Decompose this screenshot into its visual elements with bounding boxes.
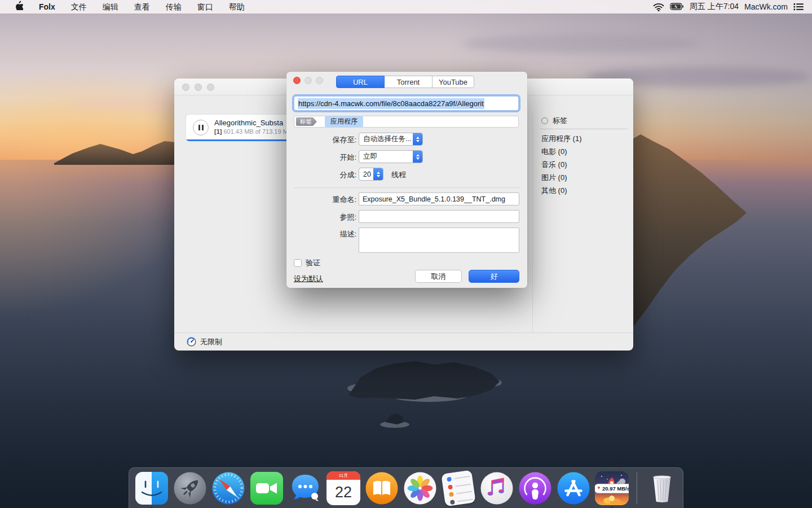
tab-url[interactable]: URL: [336, 76, 385, 88]
dock-facetime-icon[interactable]: [250, 471, 284, 505]
set-as-default-link[interactable]: 设为默认: [294, 274, 323, 284]
referrer-label: 参照:: [294, 212, 356, 222]
app-menu-folx[interactable]: Folx: [31, 0, 63, 14]
new-download-dialog: URL Torrent YouTube https://cdn-4.macwk.…: [286, 72, 527, 288]
menu-help[interactable]: 帮助: [221, 0, 253, 14]
menu-transfer[interactable]: 传输: [158, 0, 189, 14]
speed-down-arrow-icon: ▼: [597, 486, 601, 491]
close-button-inactive[interactable]: [182, 84, 189, 91]
dialog-minimize-disabled: [304, 77, 312, 84]
list-menu-icon[interactable]: [793, 3, 804, 11]
dock-finder-icon[interactable]: [135, 471, 169, 505]
tag-item-movies[interactable]: 电影 (0): [541, 147, 567, 157]
verify-label: 验证: [306, 258, 320, 268]
dialog-zoom-disabled: [316, 77, 323, 84]
tag-item-pictures[interactable]: 图片 (0): [541, 173, 567, 183]
menu-bar: Folx 文件 编辑 查看 传输 窗口 帮助 周五 上午7:04 MacWk.c…: [0, 0, 812, 14]
dock-books-icon[interactable]: [365, 471, 399, 505]
url-selected-text: https://cdn-4.macwk.com/file/8c08aacda82…: [298, 98, 484, 109]
tags-token-field[interactable]: 标签 应用程序: [294, 116, 519, 128]
apple-menu[interactable]: [7, 0, 31, 14]
dock-podcasts-icon[interactable]: [518, 471, 552, 505]
download-progress-text: [1]601.43 MB of 713.19 M: [214, 128, 288, 135]
download-title: Allegorithmic_Substa: [214, 119, 283, 127]
pause-button[interactable]: [193, 120, 209, 135]
download-index: [1]: [214, 128, 222, 135]
dialog-close-button[interactable]: [293, 77, 301, 84]
menu-file[interactable]: 文件: [63, 0, 95, 14]
tag-item-applications[interactable]: 应用程序 (1): [541, 134, 582, 144]
tag-item-other[interactable]: 其他 (0): [541, 186, 567, 196]
tab-youtube[interactable]: YouTube: [432, 76, 474, 88]
tag-circle-icon: [541, 117, 548, 124]
threads-suffix-label: 线程: [391, 170, 406, 180]
zoom-button-inactive[interactable]: [207, 84, 214, 91]
menu-view[interactable]: 查看: [126, 0, 158, 14]
minimize-button-inactive[interactable]: [195, 84, 202, 91]
rename-label: 重命名:: [294, 195, 356, 205]
dock-folx-downloader-icon[interactable]: ▼ 20.97 MB/s: [595, 471, 629, 505]
window-status-bar: 无限制: [174, 332, 633, 351]
tag-item-music[interactable]: 音乐 (0): [541, 160, 567, 170]
dock-appstore-icon[interactable]: [557, 471, 590, 505]
tags-panel-header: 标签: [541, 116, 567, 126]
url-input[interactable]: https://cdn-4.macwk.com/file/8c08aacda82…: [294, 96, 519, 111]
panel-divider: [532, 113, 533, 332]
tab-torrent[interactable]: Torrent: [384, 76, 433, 88]
referrer-input[interactable]: [359, 210, 519, 223]
dock-safari-icon[interactable]: [211, 471, 245, 505]
tags-panel-title: 标签: [553, 116, 567, 126]
dock-photos-icon[interactable]: [403, 471, 437, 505]
dock-launchpad-icon[interactable]: [173, 471, 207, 505]
speed-limit-label[interactable]: 无限制: [200, 337, 222, 347]
rename-input[interactable]: [359, 192, 519, 205]
dock-divider: [637, 472, 637, 504]
ok-button[interactable]: 好: [469, 270, 519, 283]
dock-messages-icon[interactable]: [288, 471, 322, 505]
battery-charging-icon[interactable]: [670, 3, 684, 11]
menu-edit[interactable]: 编辑: [95, 0, 126, 14]
menubar-clock[interactable]: 周五 上午7:04: [690, 2, 739, 12]
calendar-day: 22: [326, 480, 360, 505]
calendar-month: 11月: [326, 471, 360, 480]
tag-pennant-badge: 标签: [296, 117, 317, 126]
download-speed-badge: ▼ 20.97 MB/s: [595, 484, 629, 493]
stepper-arrows-icon: [413, 151, 422, 163]
save-to-dropdown[interactable]: 自动选择任务...: [359, 133, 423, 146]
start-dropdown[interactable]: 立即: [359, 150, 423, 163]
dock-trash-icon[interactable]: [645, 471, 679, 505]
dock-reminders-icon[interactable]: [442, 471, 475, 505]
split-threads-stepper[interactable]: 20: [359, 168, 383, 181]
tag-token-applications[interactable]: 应用程序: [325, 116, 363, 127]
cancel-button[interactable]: 取消: [415, 270, 462, 283]
verify-checkbox[interactable]: [294, 259, 302, 267]
menubar-site-label[interactable]: MacWk.com: [744, 2, 788, 11]
apple-icon: [15, 0, 23, 10]
speed-gauge-icon[interactable]: [187, 337, 196, 347]
stepper-arrows-icon: [413, 133, 422, 145]
split-label: 分成:: [294, 170, 356, 180]
dialog-divider: [294, 187, 520, 188]
dock-calendar-icon[interactable]: 11月 22: [326, 471, 360, 505]
description-label: 描述:: [294, 229, 356, 239]
stepper-arrows-icon: [373, 168, 383, 180]
description-textarea[interactable]: [359, 227, 519, 253]
wifi-icon[interactable]: [653, 2, 664, 11]
tags-panel-divider: [540, 129, 628, 129]
menu-window[interactable]: 窗口: [189, 0, 221, 14]
dock-music-icon[interactable]: [480, 471, 514, 505]
save-to-label: 保存至:: [294, 135, 356, 145]
dock: 11月 22: [129, 467, 683, 508]
start-label: 开始:: [294, 152, 356, 163]
dialog-tab-bar: URL Torrent YouTube: [336, 76, 474, 88]
